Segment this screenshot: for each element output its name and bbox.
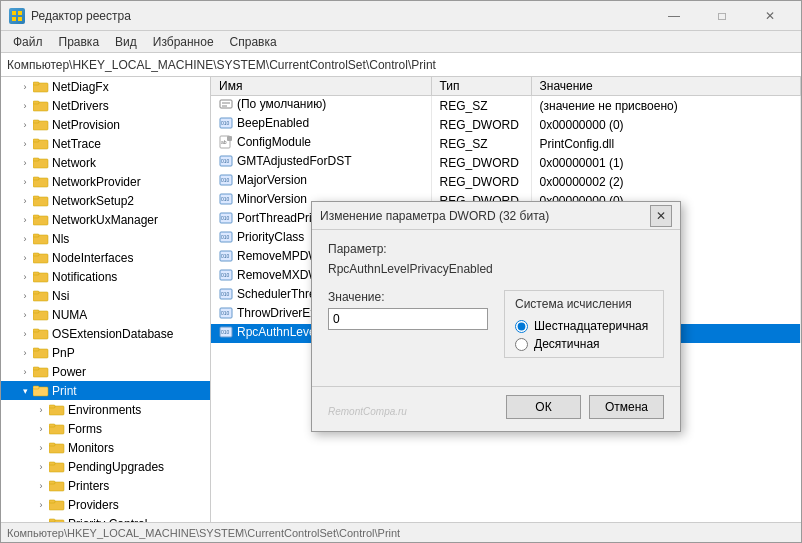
hex-radio-option[interactable]: Шестнадцатеричная — [515, 319, 653, 333]
cancel-button[interactable]: Отмена — [589, 395, 664, 419]
hex-radio-label: Шестнадцатеричная — [534, 319, 648, 333]
dialog-title: Изменение параметра DWORD (32 бита) — [320, 209, 549, 223]
dialog-overlay: Изменение параметра DWORD (32 бита) ✕ Па… — [1, 1, 801, 542]
dec-radio-label: Десятичная — [534, 337, 600, 351]
param-label: Параметр: — [328, 242, 664, 256]
value-label: Значение: — [328, 290, 488, 304]
dialog-close-button[interactable]: ✕ — [650, 205, 672, 227]
watermark: RemontCompa.ru — [328, 406, 407, 417]
dialog-title-bar: Изменение параметра DWORD (32 бита) ✕ — [312, 202, 680, 230]
dec-radio[interactable] — [515, 338, 528, 351]
hex-radio[interactable] — [515, 320, 528, 333]
dialog-footer: RemontCompa.ru ОК Отмена — [312, 386, 680, 431]
main-window: Редактор реестра — □ ✕ Файл Правка Вид И… — [0, 0, 802, 543]
param-value: RpcAuthnLevelPrivacyEnabled — [328, 260, 664, 278]
radix-label: Система исчисления — [515, 297, 653, 311]
dialog-inputs-row: Значение: Система исчисления Шестнадцате… — [328, 290, 664, 358]
radix-section: Система исчисления Шестнадцатеричная Дес… — [504, 290, 664, 358]
dialog-body: Параметр: RpcAuthnLevelPrivacyEnabled Зн… — [312, 230, 680, 382]
value-section: Значение: — [328, 290, 488, 330]
value-input[interactable] — [328, 308, 488, 330]
dec-radio-option[interactable]: Десятичная — [515, 337, 653, 351]
dword-dialog: Изменение параметра DWORD (32 бита) ✕ Па… — [311, 201, 681, 432]
radix-group: Система исчисления Шестнадцатеричная Дес… — [504, 290, 664, 358]
ok-button[interactable]: ОК — [506, 395, 581, 419]
